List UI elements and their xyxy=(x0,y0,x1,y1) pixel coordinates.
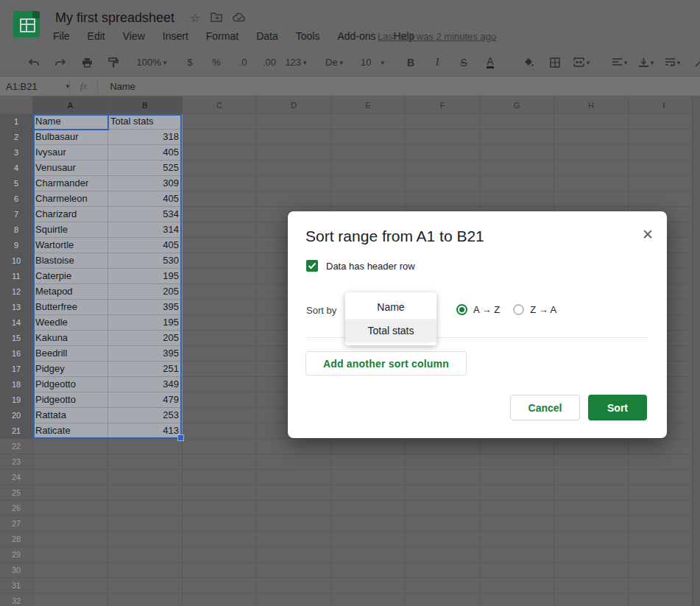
cell-G1[interactable] xyxy=(480,114,554,130)
row-header-31[interactable]: 31 xyxy=(0,578,33,593)
column-header-A[interactable]: A xyxy=(33,96,108,114)
cell-B2[interactable]: 318 xyxy=(108,130,183,145)
cell-C31[interactable] xyxy=(183,578,257,593)
cell-A24[interactable] xyxy=(33,470,108,485)
cell-G25[interactable] xyxy=(480,485,554,501)
dropdown-item-total-stats[interactable]: Total stats xyxy=(345,319,436,342)
cell-E26[interactable] xyxy=(331,501,406,516)
font-size-select[interactable]: 10▾ xyxy=(361,54,384,71)
cell-H26[interactable] xyxy=(554,501,629,516)
cell-C3[interactable] xyxy=(183,145,257,161)
cell-C9[interactable] xyxy=(183,238,257,253)
cell-G3[interactable] xyxy=(480,145,554,161)
font-select[interactable]: Default (Ari…▾ xyxy=(322,54,346,71)
cell-F2[interactable] xyxy=(406,130,480,145)
cell-A20[interactable]: Rattata xyxy=(33,408,108,423)
cell-I6[interactable] xyxy=(629,191,700,207)
cell-C14[interactable] xyxy=(183,315,257,331)
cell-C2[interactable] xyxy=(183,130,257,145)
cell-D29[interactable] xyxy=(257,547,331,563)
column-header-B[interactable]: B xyxy=(108,96,183,114)
cell-I23[interactable] xyxy=(629,454,700,470)
cell-C13[interactable] xyxy=(183,300,257,315)
cell-I31[interactable] xyxy=(629,578,700,593)
cell-F4[interactable] xyxy=(406,161,480,176)
row-header-27[interactable]: 27 xyxy=(0,516,33,532)
cell-B14[interactable]: 195 xyxy=(108,315,183,331)
cell-C11[interactable] xyxy=(183,269,257,284)
cell-A26[interactable] xyxy=(33,501,108,516)
cell-E23[interactable] xyxy=(331,454,406,470)
cell-B30[interactable] xyxy=(108,563,183,578)
cell-B15[interactable]: 205 xyxy=(108,331,183,346)
cell-A16[interactable]: Beedrill xyxy=(33,346,108,362)
cell-A23[interactable] xyxy=(33,454,108,470)
undo-button[interactable] xyxy=(22,54,46,71)
cell-C32[interactable] xyxy=(183,593,257,606)
paint-format-button[interactable] xyxy=(102,54,125,71)
cell-C1[interactable] xyxy=(183,114,257,130)
row-header-28[interactable]: 28 xyxy=(0,532,33,547)
row-header-2[interactable]: 2 xyxy=(0,130,33,145)
row-header-14[interactable]: 14 xyxy=(0,315,33,331)
cell-E28[interactable] xyxy=(331,532,406,547)
cell-H3[interactable] xyxy=(554,145,629,161)
row-header-22[interactable]: 22 xyxy=(0,439,33,454)
cell-C10[interactable] xyxy=(183,253,257,269)
row-header-19[interactable]: 19 xyxy=(0,392,33,408)
cell-B6[interactable]: 405 xyxy=(108,191,183,207)
column-header-H[interactable]: H xyxy=(554,96,629,114)
row-header-8[interactable]: 8 xyxy=(0,222,33,238)
row-header-13[interactable]: 13 xyxy=(0,300,33,315)
cell-A10[interactable]: Blastoise xyxy=(33,253,108,269)
cell-E30[interactable] xyxy=(331,563,406,578)
cell-B12[interactable]: 205 xyxy=(108,284,183,300)
cell-F23[interactable] xyxy=(406,454,480,470)
borders-button[interactable] xyxy=(543,54,567,71)
cell-B9[interactable]: 405 xyxy=(108,238,183,253)
cell-D22[interactable] xyxy=(257,439,331,454)
cell-A14[interactable]: Weedle xyxy=(33,315,108,331)
row-header-1[interactable]: 1 xyxy=(0,114,33,130)
cell-G23[interactable] xyxy=(480,454,554,470)
cell-E32[interactable] xyxy=(331,593,406,606)
cell-A19[interactable]: Pidgeotto xyxy=(33,392,108,408)
cell-A5[interactable]: Charmander xyxy=(33,176,108,191)
row-header-6[interactable]: 6 xyxy=(0,191,33,207)
cell-A32[interactable] xyxy=(33,593,108,606)
menu-format[interactable]: Format xyxy=(206,30,238,42)
cell-D28[interactable] xyxy=(257,532,331,547)
row-header-12[interactable]: 12 xyxy=(0,284,33,300)
column-header-F[interactable]: F xyxy=(406,96,480,114)
cell-G29[interactable] xyxy=(480,547,554,563)
cell-F29[interactable] xyxy=(406,547,480,563)
cell-E6[interactable] xyxy=(331,191,406,207)
star-icon[interactable]: ☆ xyxy=(190,11,200,25)
italic-button[interactable]: I xyxy=(425,54,449,71)
document-title[interactable]: My first spreadsheet xyxy=(55,10,174,26)
cell-A30[interactable] xyxy=(33,563,108,578)
cell-H32[interactable] xyxy=(554,593,629,606)
cell-B7[interactable]: 534 xyxy=(108,207,183,222)
cell-H23[interactable] xyxy=(554,454,629,470)
cell-B27[interactable] xyxy=(108,516,183,532)
format-percent-button[interactable]: % xyxy=(205,54,228,71)
cell-B11[interactable]: 195 xyxy=(108,269,183,284)
fill-color-button[interactable] xyxy=(517,54,540,71)
cell-F27[interactable] xyxy=(406,516,480,532)
cell-A22[interactable] xyxy=(33,439,108,454)
add-sort-column-button[interactable]: Add another sort column xyxy=(305,351,467,376)
cell-A7[interactable]: Charizard xyxy=(33,207,108,222)
cell-A11[interactable]: Caterpie xyxy=(33,269,108,284)
cell-B4[interactable]: 525 xyxy=(108,161,183,176)
radio-az-icon[interactable] xyxy=(456,304,467,315)
move-folder-icon[interactable] xyxy=(211,12,222,25)
name-box[interactable]: A1:B21▾ xyxy=(0,81,69,92)
print-button[interactable] xyxy=(75,54,99,71)
cell-F30[interactable] xyxy=(406,563,480,578)
cell-D2[interactable] xyxy=(257,130,331,145)
cell-A31[interactable] xyxy=(33,578,108,593)
cell-H28[interactable] xyxy=(554,532,629,547)
cell-H5[interactable] xyxy=(554,176,629,191)
cell-A29[interactable] xyxy=(33,547,108,563)
